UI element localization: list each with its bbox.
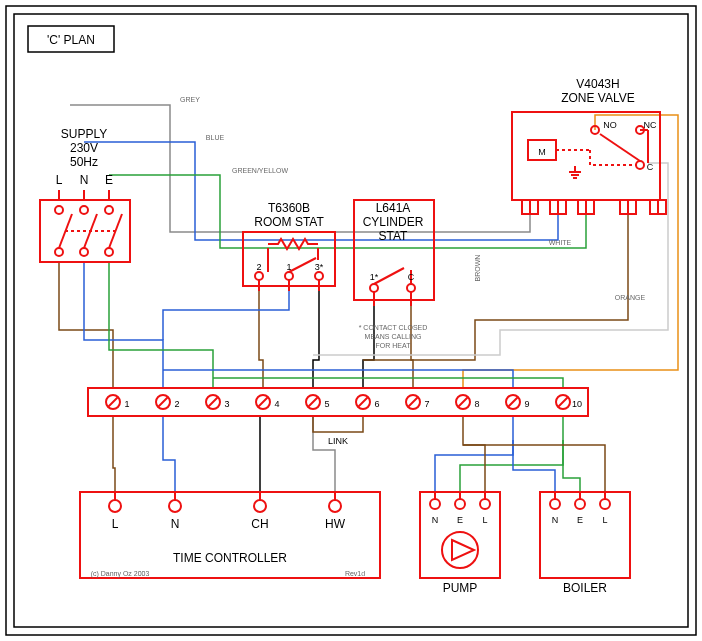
svg-point-10 [105,206,113,214]
pump: N E L PUMP [420,492,500,595]
svg-point-29 [407,284,415,292]
svg-point-28 [370,284,378,292]
svg-line-39 [600,134,640,161]
supply-term-l: L [56,173,63,187]
svg-line-60 [158,397,168,407]
zone-valve: V4043H ZONE VALVE M NO NC C [512,77,666,215]
pump-label: PUMP [443,581,478,595]
svg-point-80 [169,500,181,512]
svg-point-7 [80,206,88,214]
tc-label: TIME CONTROLLER [173,551,287,565]
tc-term-n: N [171,517,180,531]
time-controller: L N CH HW TIME CONTROLLER (c) Danny Oz 2… [80,492,380,578]
cylstat-note2: MEANS CALLING [365,333,422,340]
tc-term-ch: CH [251,517,268,531]
diagram-title: 'C' PLAN [47,33,95,47]
svg-point-4 [55,206,63,214]
svg-line-58 [108,397,118,407]
term-7: 7 [424,399,429,409]
cylstat-model: L641A [376,201,411,215]
term-6: 6 [374,399,379,409]
term-1: 1 [124,399,129,409]
zonevalve-label: ZONE VALVE [561,91,635,105]
zonevalve-nc: NC [644,120,657,130]
svg-line-72 [458,397,468,407]
svg-point-8 [80,248,88,256]
svg-point-20 [315,272,323,280]
cylstat-t1: 1* [370,272,379,282]
svg-point-91 [480,499,490,509]
svg-line-64 [258,397,268,407]
tc-copyright: (c) Danny Oz 2003 [91,570,150,578]
wire-label-grey: GREY [180,96,200,103]
svg-line-68 [358,397,368,407]
supply-term-n: N [80,173,89,187]
boiler-n: N [552,515,559,525]
boiler-l: L [602,515,607,525]
term-2: 2 [174,399,179,409]
link-label: LINK [328,436,348,446]
term-9: 9 [524,399,529,409]
boiler-label: BOILER [563,581,607,595]
supply-block: SUPPLY 230V 50Hz L N E [40,127,130,262]
cylstat-note1: * CONTACT CLOSED [359,324,428,331]
svg-point-82 [254,500,266,512]
wire-label-green: GREEN/YELLOW [232,167,288,174]
wire-label-white: WHITE [549,239,572,246]
svg-rect-34 [512,112,660,200]
supply-term-e: E [105,173,113,187]
boiler-e: E [577,515,583,525]
svg-point-89 [455,499,465,509]
term-10: 10 [572,399,582,409]
cylstat-tc: C [408,272,415,282]
svg-point-78 [109,500,121,512]
svg-point-18 [255,272,263,280]
term-3: 3 [224,399,229,409]
cylinder-stat: L641A CYLINDER STAT 1* C * CONTACT CLOSE… [354,200,434,349]
svg-point-5 [55,248,63,256]
svg-point-95 [550,499,560,509]
zonevalve-c: C [647,162,654,172]
svg-line-21 [289,258,316,272]
supply-label: SUPPLY [61,127,107,141]
supply-voltage: 230V [70,141,98,155]
svg-point-84 [329,500,341,512]
pump-l: L [482,515,487,525]
term-5: 5 [324,399,329,409]
zonevalve-model: V4043H [576,77,619,91]
svg-rect-86 [420,492,500,578]
roomstat-t1: 1 [286,262,291,272]
room-stat: T6360B ROOM STAT 2 1 3* [243,201,335,291]
svg-point-87 [430,499,440,509]
zonevalve-no: NO [603,120,617,130]
svg-line-62 [208,397,218,407]
wire-label-orange: ORANGE [615,294,646,301]
term-8: 8 [474,399,479,409]
svg-point-11 [105,248,113,256]
svg-point-19 [285,272,293,280]
roomstat-t2: 2 [256,262,261,272]
tc-term-hw: HW [325,517,346,531]
boiler: N E L BOILER [540,492,630,595]
svg-rect-77 [80,492,380,578]
zonevalve-motor: M [538,147,546,157]
svg-line-70 [408,397,418,407]
roomstat-model: T6360B [268,201,310,215]
svg-line-30 [374,268,404,284]
svg-point-97 [575,499,585,509]
pump-e: E [457,515,463,525]
supply-freq: 50Hz [70,155,98,169]
svg-line-76 [558,397,568,407]
svg-point-99 [600,499,610,509]
tc-term-l: L [112,517,119,531]
tc-rev: Rev1d [345,570,365,577]
cylstat-label1: CYLINDER [363,215,424,229]
roomstat-label: ROOM STAT [254,215,324,229]
pump-n: N [432,515,439,525]
cylstat-label2: STAT [379,229,409,243]
svg-line-74 [508,397,518,407]
wire-label-blue: BLUE [206,134,225,141]
term-4: 4 [274,399,279,409]
svg-point-38 [636,161,644,169]
wire-label-brown: BROWN [474,255,481,282]
